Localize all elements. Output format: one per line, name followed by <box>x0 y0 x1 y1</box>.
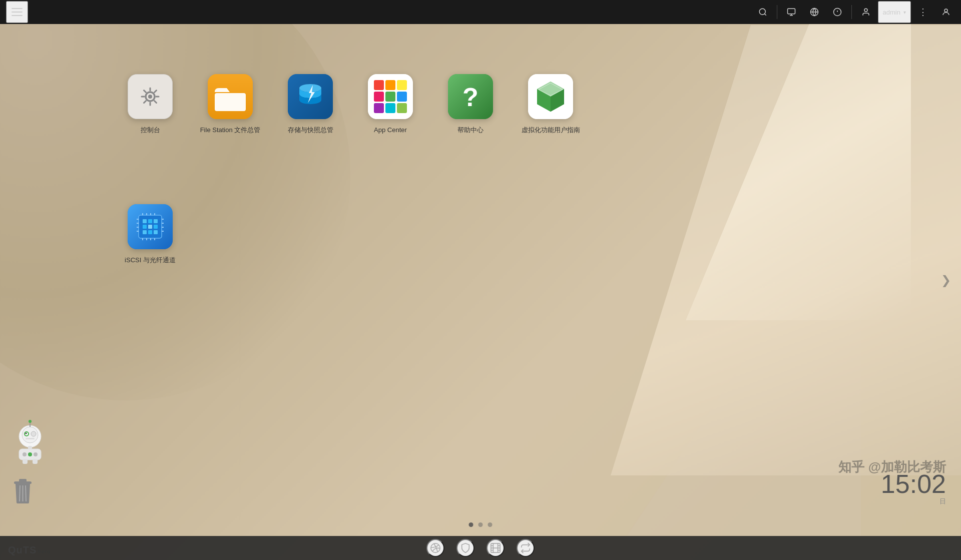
hamburger-menu-button[interactable] <box>6 1 28 23</box>
svg-rect-56 <box>143 230 147 234</box>
app-icon-iscsi <box>128 204 173 249</box>
app-label-app-center: App Center <box>374 126 407 135</box>
robot-widget[interactable] <box>10 416 50 466</box>
app-item-storage[interactable]: 存储与快照总管 <box>270 64 350 194</box>
svg-point-80 <box>25 432 27 434</box>
desktop: 控制台 File Station 文件总管 <box>0 24 961 536</box>
svg-line-1 <box>764 14 766 15</box>
svg-rect-81 <box>26 438 35 439</box>
svg-point-0 <box>759 9 765 15</box>
svg-rect-24 <box>215 93 246 111</box>
app-item-iscsi[interactable]: iSCSI 与光纤通道 <box>110 194 190 324</box>
hamburger-line-2 <box>12 12 23 13</box>
search-button[interactable] <box>752 1 774 23</box>
svg-point-11 <box>944 9 947 12</box>
desktop-widgets <box>10 416 50 506</box>
info-button[interactable] <box>826 1 848 23</box>
dropdown-arrow-icon: ▾ <box>903 10 906 15</box>
app-label-help-center: 帮助中心 <box>457 126 484 135</box>
svg-rect-32 <box>385 92 395 102</box>
taskbar-left <box>0 1 28 23</box>
svg-rect-30 <box>397 80 407 90</box>
svg-line-93 <box>20 485 20 501</box>
taskbar-divider-2 <box>851 5 852 19</box>
taskbar-right: admin ▾ ⋮ <box>752 1 961 23</box>
app-item-help-center[interactable]: ? 帮助中心 <box>430 64 511 194</box>
user-name-label: admin <box>883 9 900 16</box>
dock-icon-2[interactable] <box>456 539 474 557</box>
page-dot-3[interactable] <box>488 522 493 527</box>
svg-rect-54 <box>148 225 152 229</box>
network-button[interactable] <box>803 1 825 23</box>
dock-icon-4[interactable] <box>517 539 535 557</box>
app-item-app-center[interactable]: App Center <box>350 64 430 194</box>
app-icon-control-panel <box>128 74 173 119</box>
app-icon-file-station <box>208 74 253 119</box>
svg-point-14 <box>148 95 152 99</box>
app-icon-virtualization <box>528 74 573 119</box>
dock-icon-1[interactable] <box>426 539 444 557</box>
svg-point-86 <box>34 452 38 456</box>
svg-rect-52 <box>154 219 158 223</box>
svg-rect-36 <box>397 103 407 113</box>
watermark-text: 知乎 @加勒比考斯 <box>838 458 946 476</box>
app-label-control-panel: 控制台 <box>141 126 160 135</box>
page-indicators <box>469 522 493 527</box>
svg-rect-58 <box>154 230 158 234</box>
svg-rect-51 <box>148 219 152 223</box>
svg-rect-92 <box>19 479 27 482</box>
svg-point-90 <box>29 420 32 423</box>
svg-rect-50 <box>143 219 147 223</box>
svg-point-85 <box>28 452 32 456</box>
app-item-virtualization[interactable]: 虚拟化功能用户指南 <box>511 64 591 194</box>
svg-rect-55 <box>154 225 158 229</box>
svg-rect-35 <box>385 103 395 113</box>
app-icon-help-center: ? <box>448 74 493 119</box>
svg-rect-87 <box>23 459 28 464</box>
svg-line-95 <box>26 485 26 501</box>
svg-rect-34 <box>374 103 384 113</box>
svg-rect-57 <box>148 230 152 234</box>
svg-rect-2 <box>787 9 795 14</box>
taskbar: admin ▾ ⋮ <box>0 0 961 24</box>
hamburger-line-3 <box>12 15 23 16</box>
svg-rect-33 <box>397 92 407 102</box>
bottom-dock <box>0 536 961 560</box>
app-label-virtualization: 虚拟化功能用户指南 <box>522 126 580 135</box>
svg-point-10 <box>864 9 867 12</box>
app-label-file-station: File Station 文件总管 <box>200 126 261 135</box>
chevron-right-icon: ❯ <box>941 273 951 287</box>
dock-icon-3[interactable] <box>487 539 505 557</box>
page-dot-2[interactable] <box>478 522 483 527</box>
more-menu-button[interactable]: ⋮ <box>912 1 934 23</box>
more-icon: ⋮ <box>918 7 927 18</box>
user-icon-button[interactable] <box>855 1 877 23</box>
svg-rect-88 <box>33 459 38 464</box>
hamburger-line-1 <box>12 8 23 9</box>
trash-widget[interactable] <box>10 476 35 506</box>
app-label-iscsi: iSCSI 与光纤通道 <box>125 256 176 265</box>
app-item-control-panel[interactable]: 控制台 <box>110 64 190 194</box>
app-icon-app-center <box>368 74 413 119</box>
svg-rect-29 <box>385 80 395 90</box>
watermark-label: 知乎 @加勒比考斯 <box>838 459 946 474</box>
desktop-clock: 15:02 日 <box>881 471 946 506</box>
app-icon-storage <box>288 74 333 119</box>
taskbar-divider-1 <box>777 5 777 19</box>
svg-point-84 <box>23 452 27 456</box>
svg-rect-53 <box>143 225 147 229</box>
task-manager-button[interactable] <box>780 1 802 23</box>
app-grid: 控制台 File Station 文件总管 <box>110 64 591 324</box>
app-item-file-station[interactable]: File Station 文件总管 <box>190 64 270 194</box>
svg-rect-31 <box>374 92 384 102</box>
profile-button[interactable] <box>935 1 957 23</box>
svg-text:?: ? <box>462 83 478 112</box>
svg-point-78 <box>31 431 36 436</box>
user-menu-button[interactable]: admin ▾ <box>878 1 911 23</box>
next-page-button[interactable]: ❯ <box>937 265 955 295</box>
page-dot-1[interactable] <box>469 522 473 527</box>
svg-rect-28 <box>374 80 384 90</box>
app-label-storage: 存储与快照总管 <box>288 126 333 135</box>
